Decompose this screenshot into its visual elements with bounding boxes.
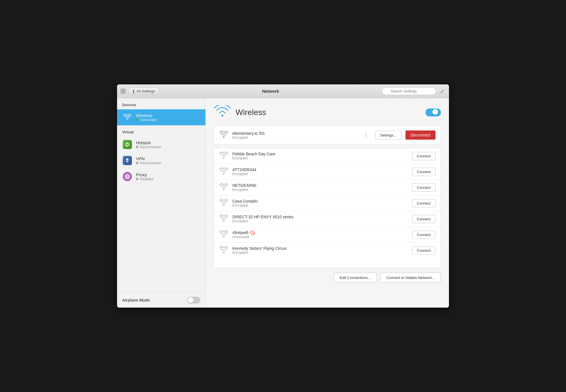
search-input[interactable] bbox=[382, 87, 436, 95]
wireless-icon bbox=[122, 112, 132, 122]
vpn-status-text: Disconnected bbox=[140, 161, 161, 165]
svg-point-7 bbox=[221, 115, 223, 117]
sidebar-item-vpn[interactable]: VPN Disconnected bbox=[117, 153, 205, 169]
network-list: Pebble Beach Day Care Encrypted Connect … bbox=[214, 148, 441, 268]
sidebar-item-hotspot[interactable]: Hotspot Disconnected bbox=[117, 136, 205, 153]
proxy-icon bbox=[122, 171, 132, 182]
panel-header: Wireless bbox=[214, 105, 441, 120]
network-ssid: Casa Conejito bbox=[232, 199, 408, 203]
connected-ssid: elementary.io 5G bbox=[232, 131, 357, 136]
sidebar: Devices Wireless Connecte bbox=[117, 98, 206, 308]
wireless-toggle[interactable] bbox=[426, 108, 441, 116]
virtual-section-title: Virtual bbox=[117, 125, 205, 136]
connect-button[interactable]: Connect bbox=[412, 183, 436, 192]
network-wifi-icon bbox=[219, 215, 228, 223]
hotspot-status-dot bbox=[136, 146, 138, 148]
airplane-mode-toggle[interactable] bbox=[187, 297, 200, 304]
network-list-item: ATT2dSR344 Encrypted Connect bbox=[214, 164, 441, 180]
network-list-item: DIRECT-32-HP ENVY 4510 series Encrypted … bbox=[214, 211, 441, 227]
devices-section-title: Devices bbox=[117, 98, 205, 109]
airplane-mode-label: Airplane Mode bbox=[122, 298, 150, 302]
proxy-status-dot bbox=[136, 178, 138, 180]
connect-button[interactable]: Connect bbox=[412, 152, 436, 160]
wireless-text: Wireless Connected bbox=[136, 113, 157, 122]
svg-point-13 bbox=[223, 220, 225, 222]
svg-point-12 bbox=[223, 205, 225, 206]
main-panel: Wireless elementary.io 5G Encrypted bbox=[206, 98, 449, 308]
network-list-item: Pebble Beach Day Care Encrypted Connect bbox=[214, 148, 441, 164]
network-ssid: DIRECT-32-HP ENVY 4510 series bbox=[232, 215, 408, 219]
svg-point-11 bbox=[223, 189, 225, 190]
expand-button[interactable]: ⤢ bbox=[439, 87, 446, 96]
search-container: 🔍 bbox=[382, 87, 436, 95]
wireless-name: Wireless bbox=[136, 113, 157, 118]
window-title: Network bbox=[159, 89, 382, 94]
network-wifi-icon bbox=[219, 246, 228, 255]
hotspot-status-text: Disconnected bbox=[140, 145, 161, 149]
close-button[interactable]: × bbox=[120, 89, 126, 94]
hotspot-icon bbox=[122, 139, 132, 150]
network-ssid: NETGEAR80 bbox=[232, 183, 408, 188]
hidden-network-button[interactable]: Connect to Hidden Network... bbox=[380, 273, 441, 283]
hotspot-text: Hotspot Disconnected bbox=[136, 140, 161, 149]
network-info: DIRECT-32-HP ENVY 4510 series Encrypted bbox=[232, 215, 408, 223]
more-options-button[interactable]: ⋮ bbox=[361, 131, 371, 139]
wireless-status-dot bbox=[136, 118, 138, 121]
connected-security: Encrypted bbox=[232, 136, 357, 140]
network-ssid: Pebble Beach Day Care bbox=[232, 152, 408, 156]
connected-info: elementary.io 5G Encrypted bbox=[232, 131, 357, 140]
edit-connections-button[interactable]: Edit Connections... bbox=[334, 273, 377, 283]
connected-network-card: elementary.io 5G Encrypted ⋮ Settings...… bbox=[214, 126, 441, 144]
network-list-item: Casa Conejito Encrypted Connect bbox=[214, 195, 441, 211]
panel-wifi-icon bbox=[214, 105, 231, 120]
chevron-left-icon: ❮ bbox=[132, 89, 135, 93]
unsecured-icon: 🚫 bbox=[250, 230, 255, 235]
connect-button[interactable]: Connect bbox=[412, 215, 436, 223]
main-content: Devices Wireless Connecte bbox=[117, 98, 449, 308]
network-ssid: Kennedy Sisters' Flying Circus bbox=[232, 246, 408, 251]
network-list-item: Kennedy Sisters' Flying Circus Encrypted… bbox=[214, 243, 441, 258]
network-info: Casa Conejito Encrypted bbox=[232, 199, 408, 207]
network-info: ATT2dSR344 Encrypted bbox=[232, 167, 408, 176]
network-info: xfinitywifi🚫 Unsecured bbox=[232, 230, 408, 239]
network-info: Pebble Beach Day Care Encrypted bbox=[232, 152, 408, 160]
svg-point-10 bbox=[223, 173, 225, 175]
hotspot-status: Disconnected bbox=[136, 145, 161, 149]
network-security: Encrypted bbox=[232, 251, 408, 255]
network-wifi-icon bbox=[219, 152, 228, 160]
svg-point-14 bbox=[223, 236, 225, 237]
back-button[interactable]: ❮ All Settings bbox=[128, 88, 159, 95]
svg-point-1 bbox=[127, 144, 128, 145]
connect-button[interactable]: Connect bbox=[412, 231, 436, 239]
proxy-status-text: Disabled bbox=[140, 177, 153, 181]
connect-button[interactable]: Connect bbox=[412, 199, 436, 207]
network-info: NETGEAR80 Encrypted bbox=[232, 183, 408, 192]
panel-footer: Edit Connections... Connect to Hidden Ne… bbox=[214, 273, 441, 283]
svg-point-15 bbox=[223, 252, 225, 253]
network-ssid: xfinitywifi🚫 bbox=[232, 230, 408, 235]
vpn-status: Disconnected bbox=[136, 161, 161, 165]
svg-point-8 bbox=[223, 136, 225, 138]
network-security: Encrypted bbox=[232, 203, 408, 207]
network-info: Kennedy Sisters' Flying Circus Encrypted bbox=[232, 246, 408, 255]
vpn-icon bbox=[122, 155, 132, 166]
disconnect-button[interactable]: Disconnect bbox=[405, 130, 436, 140]
connected-wifi-icon bbox=[219, 131, 228, 139]
vpn-status-dot bbox=[136, 162, 138, 164]
connect-button[interactable]: Connect bbox=[412, 168, 436, 176]
sidebar-footer: Airplane Mode bbox=[117, 292, 205, 308]
wireless-status-text: Connected bbox=[140, 118, 157, 122]
network-list-item: NETGEAR80 Encrypted Connect bbox=[214, 180, 441, 195]
network-items-container: Pebble Beach Day Care Encrypted Connect … bbox=[214, 148, 441, 258]
connect-button[interactable]: Connect bbox=[412, 246, 436, 255]
network-settings-button[interactable]: Settings... bbox=[375, 131, 401, 140]
sidebar-item-wireless[interactable]: Wireless Connected bbox=[117, 109, 205, 125]
svg-point-9 bbox=[223, 157, 225, 159]
network-list-item: xfinitywifi🚫 Unsecured Connect bbox=[214, 227, 441, 243]
proxy-text: Proxy Disabled bbox=[136, 172, 153, 181]
sidebar-item-proxy[interactable]: Proxy Disabled bbox=[117, 169, 205, 185]
network-settings-window: × ❮ All Settings Network 🔍 ⤢ Devices bbox=[117, 84, 449, 308]
back-label: All Settings bbox=[136, 89, 155, 93]
panel-title: Wireless bbox=[235, 108, 426, 117]
vpn-text: VPN Disconnected bbox=[136, 156, 161, 165]
